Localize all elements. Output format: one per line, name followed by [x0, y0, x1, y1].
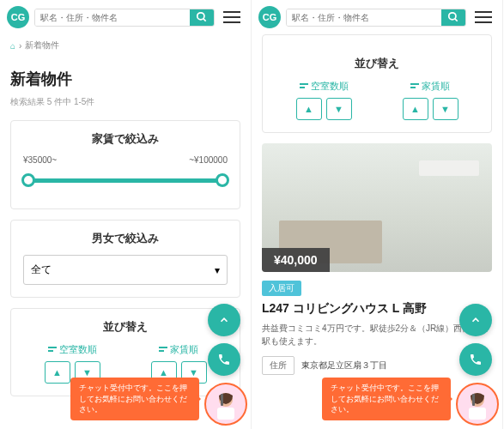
rent-max-label: ~¥100000: [189, 155, 228, 165]
sort-vacancy-asc[interactable]: ▲: [296, 98, 322, 120]
sort-icon: [48, 347, 57, 353]
sort-rent-desc[interactable]: ▼: [433, 98, 458, 120]
sort-icon: [159, 347, 167, 353]
sort-col-rent: 家賃順 ▲ ▼: [381, 80, 479, 120]
slider-handle-min[interactable]: [21, 173, 35, 187]
sort-title: 並び替え: [11, 309, 240, 343]
gender-select[interactable]: 全て ▾: [23, 255, 228, 285]
chat-bubble[interactable]: チャット受付中です。ここを押してお気軽にお問い合わせください。: [70, 378, 199, 420]
sort-rent-asc[interactable]: ▲: [403, 98, 428, 120]
phone-button[interactable]: [208, 343, 240, 376]
chat-bubble[interactable]: チャット受付中です。ここを押してお気軽にお問い合わせください。: [322, 378, 451, 420]
svg-rect-3: [217, 408, 234, 420]
header: CG: [252, 0, 502, 34]
chat-avatar[interactable]: [204, 383, 247, 426]
page-title: 新着物件: [10, 57, 240, 96]
sort-label-rent: 家賃順: [422, 80, 450, 93]
home-icon[interactable]: ⌂: [10, 41, 15, 51]
svg-rect-8: [469, 408, 486, 420]
logo[interactable]: CG: [7, 6, 29, 28]
sort-icon: [300, 83, 308, 90]
rent-filter-card: 家賃で絞込み ¥35000~ ~¥100000: [10, 120, 240, 209]
gender-filter-title: 男女で絞込み: [11, 221, 240, 255]
svg-point-5: [449, 13, 456, 20]
sort-icon: [410, 83, 419, 90]
rent-min-label: ¥35000~: [23, 155, 57, 165]
search-wrap: [286, 9, 466, 27]
listing-title[interactable]: L247 コリビングハウス L 高野: [262, 301, 492, 317]
chat-avatar[interactable]: [456, 383, 499, 426]
listing-image[interactable]: ¥40,000: [262, 143, 492, 272]
sort-vacancy-desc[interactable]: ▼: [326, 98, 352, 120]
search-input[interactable]: [287, 9, 441, 26]
svg-point-0: [197, 13, 204, 20]
svg-line-1: [203, 19, 206, 21]
sort-title: 並び替え: [263, 45, 491, 80]
svg-rect-4: [221, 394, 223, 406]
phone-button[interactable]: [459, 343, 492, 376]
search-input[interactable]: [35, 9, 190, 26]
sort-vacancy-asc[interactable]: ▲: [45, 361, 70, 384]
menu-button[interactable]: [220, 5, 244, 29]
sort-label-vacancy: 空室数順: [311, 80, 349, 93]
rent-slider[interactable]: [11, 178, 240, 208]
search-button[interactable]: [190, 9, 214, 26]
breadcrumb-sep: ›: [19, 41, 21, 51]
address-row: 住所 東京都足立区扇３丁目: [262, 356, 492, 375]
svg-rect-9: [472, 394, 475, 406]
sort-col-vacancy: 空室数順 ▲ ▼: [275, 80, 373, 120]
chevron-down-icon: ▾: [215, 264, 220, 276]
rent-filter-title: 家賃で絞込み: [11, 121, 240, 155]
gender-filter-card: 男女で絞込み 全て ▾: [10, 220, 240, 298]
sort-card: 並び替え 空室数順 ▲ ▼ 家賃順 ▲ ▼: [262, 34, 492, 133]
price-badge: ¥40,000: [262, 248, 330, 272]
scroll-top-button[interactable]: [208, 304, 240, 336]
listing-desc: 共益費コミコミ4万円です。駅徒歩2分＆（JR線）西日暮里駅も使えます。: [262, 322, 492, 347]
result-count: 検索結果 5 件中 1-5件: [10, 96, 240, 108]
sort-label-vacancy: 空室数順: [59, 343, 97, 356]
logo[interactable]: CG: [258, 6, 281, 28]
scroll-top-button[interactable]: [459, 304, 492, 336]
breadcrumb: ⌂ › 新着物件: [0, 34, 251, 57]
search-button[interactable]: [441, 9, 465, 26]
address-value: 東京都足立区扇３丁目: [301, 360, 387, 372]
breadcrumb-current: 新着物件: [25, 39, 59, 51]
address-label: 住所: [262, 356, 295, 375]
search-wrap: [34, 9, 215, 27]
slider-handle-max[interactable]: [216, 173, 229, 187]
gender-select-value: 全て: [31, 263, 52, 277]
status-badge: 入居可: [262, 281, 301, 296]
menu-button[interactable]: [471, 5, 495, 29]
svg-line-6: [455, 19, 458, 21]
header: CG: [0, 0, 251, 34]
sort-label-rent: 家賃順: [170, 343, 198, 356]
